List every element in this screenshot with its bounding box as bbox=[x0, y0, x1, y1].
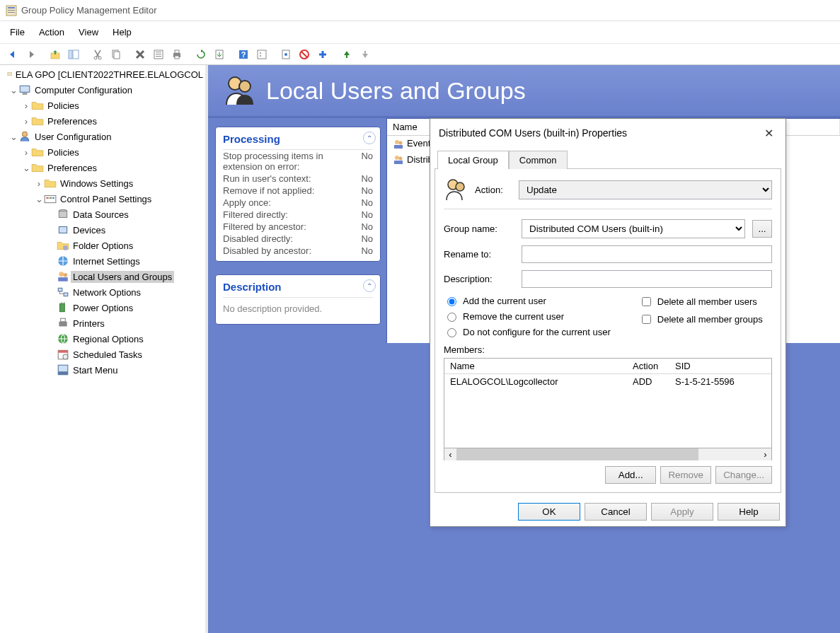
tab-common[interactable]: Common bbox=[509, 151, 568, 169]
add-icon[interactable] bbox=[314, 46, 331, 63]
help-button[interactable]: Help bbox=[718, 503, 780, 521]
expand-icon[interactable]: › bbox=[21, 147, 31, 157]
svg-rect-17 bbox=[175, 56, 179, 59]
tree-regional-options[interactable]: Regional Options bbox=[0, 331, 205, 347]
action-select[interactable]: Update bbox=[519, 180, 772, 199]
menu-file[interactable]: File bbox=[3, 24, 32, 40]
apply-button[interactable]: Apply bbox=[651, 503, 713, 521]
nav-tree[interactable]: ELA GPO [CLIENT2022THREE.ELALOGCOL ⌄ Com… bbox=[0, 65, 208, 633]
tree-computer-configuration[interactable]: ⌄ Computer Configuration bbox=[0, 82, 205, 98]
radio-remove-current-user[interactable]: Remove the current user bbox=[444, 310, 611, 322]
members-col-action[interactable]: Action bbox=[627, 359, 669, 373]
cut-button[interactable] bbox=[89, 46, 106, 63]
tree-devices[interactable]: Devices bbox=[0, 222, 205, 238]
device-icon bbox=[57, 224, 69, 236]
forward-button[interactable] bbox=[23, 46, 40, 63]
svg-rect-32 bbox=[46, 197, 48, 199]
datasource-icon bbox=[57, 209, 69, 220]
banner-icon bbox=[222, 74, 256, 108]
scroll-right-icon[interactable]: › bbox=[759, 448, 771, 460]
tree-root[interactable]: ELA GPO [CLIENT2022THREE.ELALOGCOL bbox=[0, 66, 205, 82]
tree-local-users-and-groups[interactable]: Local Users and Groups bbox=[0, 269, 205, 284]
svg-point-58 bbox=[395, 140, 399, 144]
tree-scheduled-tasks[interactable]: Scheduled Tasks bbox=[0, 347, 205, 362]
members-remove-button[interactable]: Remove bbox=[660, 466, 711, 484]
tree-comp-preferences[interactable]: › Preferences bbox=[0, 113, 205, 129]
tree-start-menu[interactable]: Start Menu bbox=[0, 362, 205, 378]
checkbox-delete-member-groups[interactable]: Delete all member groups bbox=[639, 313, 763, 326]
print-button[interactable] bbox=[168, 46, 185, 63]
tab-local-group[interactable]: Local Group bbox=[437, 151, 509, 169]
export-button[interactable] bbox=[211, 46, 228, 63]
members-list[interactable]: Name Action SID ELALOGCOL\Logcollector A… bbox=[444, 358, 772, 448]
svg-rect-37 bbox=[59, 227, 67, 233]
users-groups-icon bbox=[57, 271, 69, 282]
copy-button[interactable] bbox=[108, 46, 125, 63]
tree-data-sources[interactable]: Data Sources bbox=[0, 207, 205, 222]
options-button[interactable] bbox=[253, 46, 270, 63]
stop-icon[interactable] bbox=[296, 46, 313, 63]
internet-icon bbox=[57, 255, 69, 267]
action-label: Action: bbox=[475, 185, 512, 195]
show-hide-tree-button[interactable] bbox=[65, 46, 82, 63]
control-panel-icon bbox=[44, 193, 57, 204]
tree-windows-settings[interactable]: › Windows Settings bbox=[0, 175, 205, 191]
tree-user-configuration[interactable]: ⌄ User Configuration bbox=[0, 129, 205, 144]
tree-control-panel-settings[interactable]: ⌄ Control Panel Settings bbox=[0, 191, 205, 207]
tree-user-preferences[interactable]: ⌄ Preferences bbox=[0, 160, 205, 175]
rename-input[interactable] bbox=[522, 245, 772, 263]
help-button[interactable]: ? bbox=[235, 46, 252, 63]
back-button[interactable] bbox=[4, 46, 21, 63]
tree-internet-settings[interactable]: Internet Settings bbox=[0, 253, 205, 269]
members-scrollbar[interactable]: ‹ › bbox=[444, 448, 772, 460]
processing-panel: ⌃ Processing Stop processing items in ex… bbox=[215, 127, 381, 262]
member-row[interactable]: ELALOGCOL\Logcollector ADD S-1-5-21-5596 bbox=[444, 374, 771, 389]
tree-network-options[interactable]: Network Options bbox=[0, 284, 205, 300]
menu-view[interactable]: View bbox=[71, 24, 105, 40]
ok-button[interactable]: OK bbox=[518, 503, 580, 521]
members-col-sid[interactable]: SID bbox=[669, 359, 771, 373]
expand-icon[interactable]: ⌄ bbox=[34, 194, 44, 204]
move-up-icon[interactable] bbox=[338, 46, 355, 63]
properties-button[interactable] bbox=[150, 46, 167, 63]
network-icon bbox=[57, 286, 69, 298]
up-button[interactable] bbox=[47, 46, 64, 63]
expand-icon[interactable]: ⌄ bbox=[21, 163, 31, 173]
members-col-name[interactable]: Name bbox=[444, 359, 627, 373]
expand-icon[interactable]: › bbox=[34, 178, 44, 188]
scroll-thumb[interactable] bbox=[456, 448, 698, 460]
menu-help[interactable]: Help bbox=[105, 24, 139, 40]
tree-comp-policies[interactable]: › Policies bbox=[0, 98, 205, 113]
members-change-button[interactable]: Change... bbox=[715, 466, 772, 484]
members-add-button[interactable]: Add... bbox=[605, 466, 656, 484]
close-button[interactable]: ✕ bbox=[760, 124, 777, 141]
radio-add-current-user[interactable]: Add the current user bbox=[444, 295, 611, 306]
expand-icon[interactable]: › bbox=[21, 100, 31, 110]
move-down-icon[interactable] bbox=[357, 46, 374, 63]
collapse-icon[interactable]: ⌃ bbox=[363, 279, 376, 292]
tree-user-policies[interactable]: › Policies bbox=[0, 144, 205, 160]
expand-icon[interactable]: › bbox=[21, 116, 31, 126]
menu-action[interactable]: Action bbox=[32, 24, 71, 40]
svg-rect-45 bbox=[60, 303, 65, 311]
window-titlebar: Group Policy Management Editor bbox=[0, 0, 840, 21]
group-name-select[interactable]: Distributed COM Users (built-in) bbox=[522, 219, 745, 238]
tree-printers[interactable]: Printers bbox=[0, 315, 205, 331]
cancel-button[interactable]: Cancel bbox=[585, 503, 647, 521]
delete-button[interactable] bbox=[132, 46, 149, 63]
checkbox-delete-member-users[interactable]: Delete all member users bbox=[639, 295, 763, 308]
browse-button[interactable]: ... bbox=[752, 220, 772, 238]
radio-do-not-configure[interactable]: Do not configure for the current user bbox=[444, 326, 611, 337]
refresh-button[interactable] bbox=[192, 46, 209, 63]
expand-icon[interactable]: ⌄ bbox=[8, 132, 18, 141]
tree-folder-options[interactable]: Folder Options bbox=[0, 238, 205, 253]
wizard-button[interactable] bbox=[277, 46, 294, 63]
window-title: Group Policy Management Editor bbox=[21, 5, 156, 16]
expand-icon[interactable]: ⌄ bbox=[8, 85, 18, 95]
tree-power-options[interactable]: Power Options bbox=[0, 300, 205, 315]
description-input[interactable] bbox=[522, 270, 772, 288]
scroll-left-icon[interactable]: ‹ bbox=[444, 448, 456, 460]
collapse-icon[interactable]: ⌃ bbox=[363, 132, 376, 144]
rename-label: Rename to: bbox=[444, 249, 514, 260]
svg-point-23 bbox=[260, 55, 261, 57]
